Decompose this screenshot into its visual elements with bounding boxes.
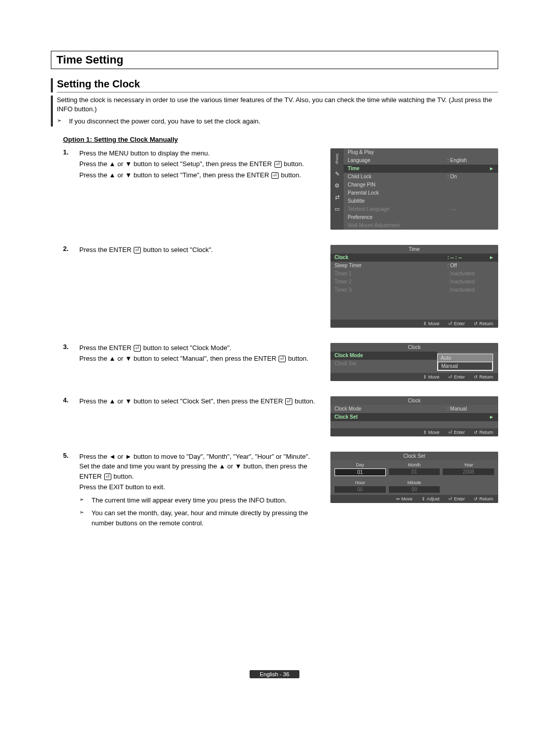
move-hint: ⇕ Move [423, 374, 440, 380]
step-number: 4. [63, 396, 73, 404]
osd-side-label: Setup [335, 151, 340, 166]
steps-list: 1. Press the MENU button to display the … [63, 148, 498, 528]
osd-title: Clock Set [330, 452, 498, 460]
osd-item: Clock Mode: Manual [330, 405, 498, 413]
osd-item: Sleep Timer: Off [330, 262, 498, 270]
osd-list: Clock ModeClock Set [330, 352, 437, 368]
osd-item: Parental Lock [344, 189, 498, 197]
clockset-field [443, 480, 494, 493]
step-text: Press the ENTER ⏎ button to select "Cloc… [79, 343, 324, 365]
step-number: 3. [63, 343, 73, 351]
line: Press the ▲ or ▼ button to select "Clock… [79, 397, 283, 405]
line: Press the ▲ or ▼ button to select "Manua… [79, 355, 277, 362]
return-hint: ↺ Return [474, 321, 493, 326]
swap-icon: ⇄ [335, 194, 340, 201]
osd-item: Child Lock: On [344, 173, 498, 181]
osd-footer: ⇔ Move ⇕ Adjust ⏎ Enter ↺ Return [330, 495, 498, 503]
enter-hint: ⏎ Enter [448, 496, 465, 501]
step-text: Press the ▲ or ▼ button to select "Clock… [79, 396, 324, 407]
intro-note: If you disconnect the power cord, you ha… [57, 117, 498, 126]
line: Press the ▲ or ▼ button to select "Time"… [79, 171, 269, 179]
clockset-row: Day01Month01Year2008 [330, 460, 498, 478]
step-number: 1. [63, 148, 73, 156]
osd-item: Clock: -- : --► [330, 254, 498, 262]
vertical-bar-icon [51, 96, 53, 127]
popup-item: Auto [438, 354, 493, 362]
subheading-row: Setting the Clock [51, 78, 498, 92]
line: button to select "Clock". [143, 246, 213, 254]
vertical-bar-icon [51, 78, 53, 92]
pen-icon: ✎ [335, 171, 340, 177]
osd-footer: ⇕ Move ⏎ Enter ↺ Return [330, 320, 498, 328]
enter-icon: ⏎ [285, 398, 292, 405]
osd-screenshot-1: Setup ✎ ⚙ ⇄ ▭ Plug & PlayLanguage: Engli… [330, 148, 498, 239]
osd-item: Timer 3: Inactivated [330, 286, 498, 294]
osd-screenshot-3: Clock Clock ModeClock Set Auto Manual ⇕ … [330, 343, 498, 390]
section-title-box: Time Setting [51, 51, 498, 69]
enter-icon: ⏎ [134, 345, 141, 352]
clockset-field: Hour00 [334, 480, 386, 493]
step-1: 1. Press the MENU button to display the … [63, 148, 498, 239]
enter-hint: ⏎ Enter [448, 374, 465, 380]
enter-icon: ⏎ [274, 161, 282, 168]
line: Press the MENU button to display the men… [79, 149, 210, 157]
osd-title: Clock [330, 396, 498, 405]
osd-item: Clock Mode [330, 352, 437, 360]
page-footer: English - 36 [51, 670, 498, 678]
clockset-field: Day01 [334, 462, 386, 476]
line: button. [113, 472, 134, 480]
osd-item: Timer 2: Inactivated [330, 278, 498, 286]
osd-item: Clock Set► [330, 413, 498, 421]
return-hint: ↺ Return [474, 430, 493, 435]
enter-hint: ⏎ Enter [448, 430, 465, 435]
osd-list: Clock: -- : --►Sleep Timer: OffTimer 1: … [330, 254, 498, 294]
step-number: 5. [63, 452, 73, 459]
osd-item: Change PIN [344, 181, 498, 189]
section-title: Time Setting [56, 53, 124, 66]
line: Press the ENTER [79, 344, 132, 352]
clockset-field: Year2008 [443, 462, 494, 476]
osd-title: Time [330, 245, 498, 254]
enter-hint: ⏎ Enter [448, 321, 465, 326]
clockset-field: Month01 [389, 462, 440, 476]
line: button. [284, 160, 304, 168]
osd-item: Teletext Language: ---- [344, 205, 498, 213]
move-hint: ⇕ Move [423, 430, 440, 435]
osd-item: Time► [344, 165, 498, 173]
osd-list: Plug & PlayLanguage: EnglishTime►Child L… [344, 148, 498, 230]
osd-item: Subtitle [344, 197, 498, 205]
step-2: 2. Press the ENTER ⏎ button to select "C… [63, 245, 498, 337]
osd-item: Timer 1: Inactivated [330, 270, 498, 278]
osd-footer: ⇕ Move ⏎ Enter ↺ Return [330, 428, 498, 436]
step-5: 5. Press the ◄ or ► button to move to "D… [63, 452, 498, 528]
clockset-row: Hour00Minute00 [330, 478, 498, 495]
step-number: 2. [63, 245, 73, 253]
move-hint: ⇕ Move [423, 321, 440, 326]
note: You can set the month, day, year, hour a… [79, 508, 318, 528]
enter-icon: ⏎ [271, 172, 279, 179]
step-text: Press the ENTER ⏎ button to select "Cloc… [79, 245, 324, 256]
osd-item: Preference [344, 213, 498, 222]
intro-block: Setting the clock is necessary in order … [51, 96, 498, 127]
tv-icon: ▭ [334, 206, 340, 212]
osd-sidebar: Setup ✎ ⚙ ⇄ ▭ [330, 148, 344, 230]
osd-screenshot-4: Clock Clock Mode: ManualClock Set► ⇕ Mov… [330, 396, 498, 446]
osd-item: Clock Set [330, 360, 437, 368]
osd-item: Language: English [344, 156, 498, 165]
line: Press the ENTER [79, 246, 132, 254]
line: button to select "Clock Mode". [143, 344, 231, 352]
popup-item-selected: Manual [438, 362, 493, 370]
osd-title: Clock [330, 343, 498, 352]
step-4: 4. Press the ▲ or ▼ button to select "Cl… [63, 396, 498, 446]
osd-screenshot-2: Time Clock: -- : --►Sleep Timer: OffTime… [330, 245, 498, 337]
step-text: Press the MENU button to display the men… [79, 148, 324, 181]
clockset-field: Minute00 [389, 480, 440, 493]
osd-item: Wall-Mount Adjustment [344, 222, 498, 230]
enter-icon: ⏎ [134, 247, 141, 254]
adjust-hint: ⇕ Adjust [421, 496, 439, 501]
line: Press the ▲ or ▼ button to select "Setup… [79, 160, 272, 168]
line: button. [288, 355, 309, 362]
intro-paragraph: Setting the clock is necessary in order … [57, 96, 492, 113]
gear-icon: ⚙ [334, 182, 340, 189]
return-hint: ↺ Return [474, 374, 493, 380]
